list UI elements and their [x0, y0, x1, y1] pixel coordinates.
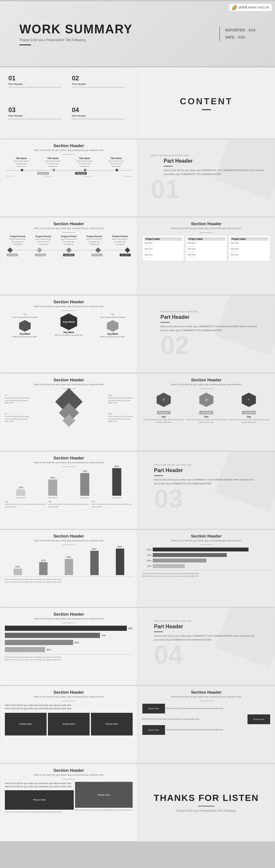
part-02-header: Here is the text for you enter any Part …: [137, 295, 275, 373]
row-section-timeline: Section Header Here is the text for you …: [0, 139, 275, 217]
hbar2-section: Section Header Here is the text for you …: [0, 608, 137, 685]
project-period-section: Section Header Here is the text for you …: [0, 217, 137, 295]
part-01-header: Here is the text for you enter any Part …: [137, 139, 275, 217]
watermark: 🌈 演界网 WWW.YANJ.CN: [229, 4, 272, 11]
part-04-header: Here is the text for you enter any Part …: [137, 608, 275, 685]
row-hbars2-part04: Section Header Here is the text for you …: [0, 607, 275, 685]
row-projects: Section Header Here is the text for you …: [0, 217, 275, 295]
thanks-title: THANKS FOR LISTEN: [154, 793, 259, 803]
subtitle: Please Enter your Presentation Title Fol…: [20, 38, 133, 42]
pic-section-3: Section Header Here is the text for you …: [0, 764, 137, 841]
icons-section: Section Header Here is the text for you …: [137, 373, 275, 451]
row-pyramid-icons: Section Header Here is the text for you …: [0, 373, 275, 451]
row-bars-part03: Section Header Here is the text for you …: [0, 451, 275, 529]
title-underline: [20, 44, 31, 45]
part-03-header: Here is the text for you enter any Part …: [137, 451, 275, 529]
slide-toc-row: 01 Part Header Here is the text for you …: [0, 67, 275, 139]
project-cards-section: Section Header Here is the text for you …: [137, 217, 275, 295]
pic-section-1: Section Header Here is the text for you …: [0, 686, 137, 763]
toc-grid: 01 Part Header Here is the text for you …: [0, 67, 137, 139]
pic-section-2: Section Header Here is the text for you …: [137, 686, 275, 763]
row-hex-part02: Section Header Here is the text for you …: [0, 295, 275, 373]
toc-item-2: 02 Part Header Here is the text for you …: [70, 72, 131, 102]
bar-chart-section: Section Header Here is the text for you …: [0, 451, 137, 529]
thanks-slide: THANKS FOR LISTEN Please Enter your Pres…: [137, 764, 275, 841]
timeline-section: Section Header Here is the text for you …: [0, 139, 137, 217]
hbar-section: Section Header Here is the text for you …: [137, 529, 275, 607]
row-last: Section Header Here is the text for you …: [0, 763, 275, 841]
rainbow-icon: 🌈: [232, 5, 237, 10]
content-label: CONTENT: [180, 96, 233, 106]
hex-section: Section Header Here is the text for you …: [0, 295, 137, 373]
reporter-info: REPORTER：XXX DATE：XXX: [219, 27, 255, 41]
toc-right: CONTENT: [137, 67, 275, 139]
toc-item-3: 03 Part Header Here is the text for you …: [6, 104, 67, 133]
pyramid-section: Section Header Here is the text for you …: [0, 373, 137, 451]
slide-title: 🌈 演界网 WWW.YANJ.CN WORK SUMMARY Please En…: [0, 1, 275, 66]
main-title: WORK SUMMARY: [20, 22, 133, 36]
toc-item-4: 04 Part Header Here is the text for you …: [70, 104, 131, 133]
vbar-section: Section Header Here is the text for you …: [0, 529, 137, 607]
thanks-subtitle: Please Enter your Presentation Title Fol…: [154, 809, 259, 812]
row-pics1: Section Header Here is the text for you …: [0, 685, 275, 763]
toc-item-1: 01 Part Header Here is the text for you …: [6, 72, 67, 102]
row-vbars-hbars: Section Header Here is the text for you …: [0, 529, 275, 607]
